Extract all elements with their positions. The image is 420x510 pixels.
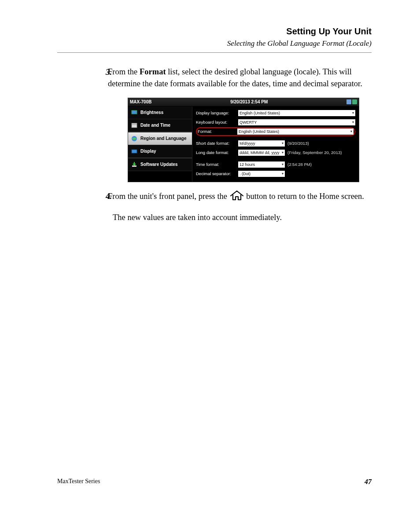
step-3-bold: Format: [140, 67, 166, 76]
step-3-pre: From the: [108, 67, 140, 76]
sidebar-label-datetime: Date and Time: [140, 123, 170, 128]
header-rule: [57, 52, 372, 53]
combo-long-date-value: dddd, MMMM dd, yyyy: [239, 150, 280, 155]
label-keyboard-layout: Keyboard layout:: [196, 120, 238, 125]
header-title: Setting Up Your Unit: [57, 26, 372, 37]
footer-series: MaxTester Series: [57, 478, 100, 486]
label-long-date: Long date format:: [196, 150, 238, 155]
step-4-text: From the unit's front panel, press the b…: [108, 192, 364, 201]
chevron-down-icon: ▾: [282, 150, 284, 154]
combo-display-language-value: English (United States): [239, 111, 280, 115]
preview-long-date: (Friday, September 20, 2013): [287, 150, 342, 155]
svg-rect-5: [132, 165, 136, 167]
combo-long-date[interactable]: dddd, MMMM dd, yyyy▾: [238, 150, 285, 156]
combo-display-language[interactable]: English (United States)▾: [238, 110, 355, 116]
footer-page-number: 47: [365, 478, 372, 486]
label-display-language: Display language:: [196, 110, 238, 115]
header-subtitle: Selecting the Global Language Format (Lo…: [57, 39, 372, 48]
sidebar-label-region: Region and Language: [140, 136, 186, 141]
combo-short-date[interactable]: M/d/yyyy▾: [238, 140, 285, 147]
sidebar-label-updates: Software Updates: [140, 162, 177, 167]
svg-rect-1: [132, 123, 137, 128]
step-3-text: From the Format list, select the desired…: [108, 67, 362, 88]
label-time-format: Time format:: [196, 162, 238, 167]
label-short-date: Short date format:: [196, 141, 238, 146]
display-icon: [131, 148, 138, 155]
device-clock: 9/20/2013 2:54 PM: [151, 99, 346, 104]
svg-rect-0: [132, 110, 137, 114]
brightness-icon: [131, 109, 138, 116]
sidebar-item-region[interactable]: Region and Language: [128, 132, 192, 145]
download-icon: [131, 161, 138, 168]
step-3-number: 3.: [106, 66, 112, 78]
sidebar-item-brightness[interactable]: Brightness: [128, 106, 192, 119]
combo-keyboard-layout[interactable]: QWERTY▾: [238, 119, 355, 125]
combo-time-format[interactable]: 12 hours▾: [238, 161, 285, 168]
chevron-down-icon: ▾: [282, 172, 284, 176]
sidebar-item-display[interactable]: Display: [128, 145, 192, 158]
tray-icons: [346, 99, 357, 104]
label-format: Format:: [198, 129, 237, 134]
closing-text: The new values are taken into account im…: [113, 212, 372, 224]
combo-decimal-separator[interactable]: . (Dot)▾: [238, 171, 285, 177]
chevron-down-icon: ▾: [282, 141, 284, 145]
device-model: MAX-700B: [130, 99, 151, 104]
home-icon: [229, 190, 244, 204]
step-4-number: 4.: [106, 190, 112, 202]
chevron-down-icon: ▾: [350, 129, 352, 133]
bluetooth-icon: [346, 99, 351, 104]
combo-keyboard-layout-value: QWERTY: [239, 120, 257, 125]
format-highlight: Format: English (United States)▾: [196, 127, 355, 136]
step-4-pre: From the unit's front panel, press the: [108, 192, 229, 201]
settings-content: Display language: English (United States…: [192, 106, 359, 182]
screenshot-titlebar: MAX-700B 9/20/2013 2:54 PM: [128, 98, 359, 106]
sidebar-item-datetime[interactable]: Date and Time: [128, 119, 192, 132]
step-4-post: button to return to the Home screen.: [246, 192, 364, 201]
page-footer: MaxTester Series 47: [57, 478, 372, 486]
sidebar-label-display: Display: [140, 149, 156, 154]
combo-time-format-value: 12 hours: [239, 162, 255, 167]
chevron-down-icon: ▾: [352, 111, 354, 115]
sidebar-label-brightness: Brightness: [140, 110, 163, 115]
chevron-down-icon: ▾: [352, 120, 354, 124]
device-screenshot: MAX-700B 9/20/2013 2:54 PM Brightness Da…: [128, 98, 359, 182]
chevron-down-icon: ▾: [282, 162, 284, 166]
combo-decimal-separator-value: . (Dot): [239, 172, 251, 176]
combo-short-date-value: M/d/yyyy: [239, 141, 255, 146]
svg-rect-4: [132, 150, 137, 153]
combo-format-value: English (United States): [239, 129, 279, 134]
battery-icon: [352, 99, 357, 104]
calendar-icon: [131, 122, 138, 129]
globe-icon: [131, 135, 138, 142]
preview-short-date: (9/20/2013): [287, 141, 309, 146]
preview-time-format: (2:54:28 PM): [287, 162, 312, 167]
sidebar-item-updates[interactable]: Software Updates: [128, 158, 192, 171]
label-decimal-separator: Decimal separator:: [196, 171, 238, 176]
settings-sidebar: Brightness Date and Time Region and Lang…: [128, 106, 192, 182]
combo-format[interactable]: English (United States)▾: [237, 128, 354, 135]
